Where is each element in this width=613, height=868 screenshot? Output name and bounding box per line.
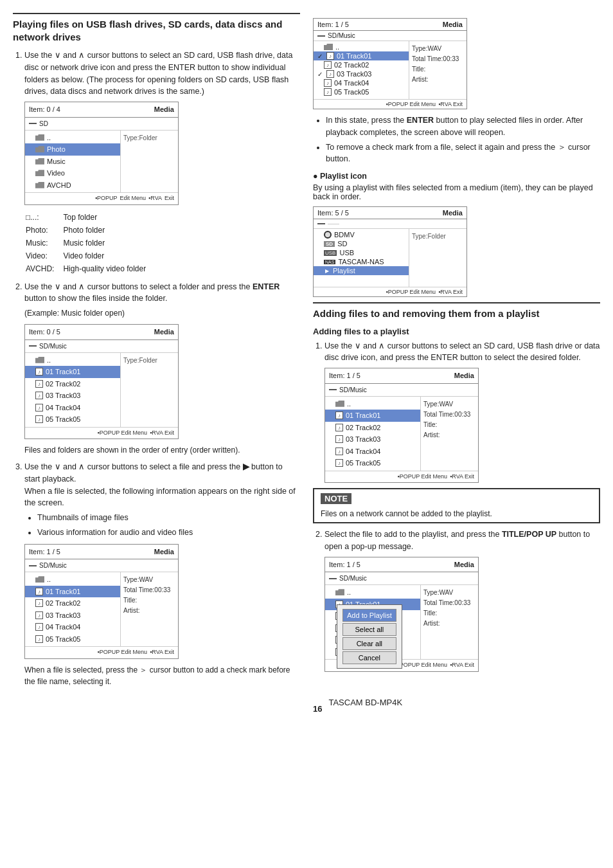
sd-icon: SD [324, 241, 335, 247]
check-note: When a file is selected, press the ＞ cur… [24, 664, 300, 687]
screen-playlist-info: Type:Folder [409, 229, 466, 287]
screen-playlist-item: Item: 5 / 5 [317, 209, 349, 217]
list-item[interactable]: ♪ 02 Track02 [314, 60, 409, 69]
list-item[interactable]: ♪ 05 Track05 [314, 87, 409, 96]
files-note: Files and folders are shown in the order… [24, 444, 300, 456]
screen-checked-list: .. ♪ 01 Track01 ♪ 02 Track02 ♪ 03 Track0… [314, 41, 409, 99]
list-item[interactable]: ♪ 02 Track02 [25, 378, 120, 390]
list-item[interactable]: ♪ 05 Track05 [325, 457, 420, 469]
list-item[interactable]: BDMV [314, 230, 409, 239]
screen-add1-list: .. ♪ 01 Track01 ♪ 02 Track02 ♪ [325, 397, 420, 471]
screen1-media: Media [154, 104, 174, 115]
screen1-item: Item: 0 / 4 [29, 104, 60, 115]
screen-checked-path: SD/Music [328, 32, 355, 39]
dash-icon [29, 345, 37, 347]
folder-desc-table: □...:Top folder Photo:Photo folder Music… [24, 210, 147, 276]
list-item[interactable]: NAS TASCAM-NAS [314, 257, 409, 266]
list-item[interactable]: Video [25, 167, 120, 179]
screen-add1-media: Media [454, 370, 474, 381]
popup-add-playlist-button[interactable]: Add to Playlist [342, 609, 396, 622]
list-item[interactable]: SD SD [314, 239, 409, 248]
left-section-title: Playing files on USB flash drives, SD ca… [13, 13, 300, 43]
folder-icon [35, 158, 44, 165]
media-screen-3: Item: 1 / 5 Media SD/Music .. [24, 544, 179, 659]
list-item[interactable]: ♪ 04 Track04 [25, 402, 120, 414]
list-item[interactable]: ♪ 03 Track03 [325, 433, 420, 446]
nas-icon: NAS [324, 260, 335, 264]
file-icon: ♪ [326, 52, 334, 60]
media-screen-playlist: Item: 5 / 5 Media —— BDMV SD SD [313, 206, 467, 297]
list-item[interactable]: ♪ 01 Track01 [314, 51, 409, 60]
playlist-icon: ▶ [324, 268, 330, 274]
list-item[interactable]: ♪ 01 Track01 [25, 366, 120, 378]
screen-playlist-list: BDMV SD SD USB USB NAS TASCAM-NAS [314, 229, 409, 287]
screen2-footer: ▪POPUP Edit Menu ▪RVA Exit [25, 427, 178, 439]
list-item: .. [325, 586, 420, 599]
list-item[interactable]: ♪ 03 Track03 [25, 390, 120, 402]
media-screen-add1: Item: 1 / 5 Media SD/Music .. [324, 368, 479, 483]
note-text: Files on a network cannot be added to th… [321, 509, 592, 518]
list-item[interactable]: ♪ 01 Track01 [325, 410, 420, 422]
file-icon: ♪ [35, 623, 43, 631]
list-item[interactable]: ♪ 05 Track05 [25, 413, 120, 426]
screen-add1-info: Type:WAV Total Time:00:33 Title: Artist: [420, 397, 478, 471]
list-item[interactable]: ♪ 02 Track02 [325, 422, 420, 434]
folder-icon [324, 44, 333, 50]
screen-add2-item: Item: 1 / 5 [329, 559, 360, 570]
list-item[interactable]: ♪ 03 Track03 [25, 610, 120, 622]
media-screen-1: Item: 0 / 4 Media SD .. [24, 102, 179, 205]
file-icon: ♪ [324, 61, 332, 69]
folder-icon [35, 182, 44, 188]
media-screen-checked: Item: 1 / 5 Media SD/Music .. ♪ 01 Track… [313, 18, 467, 109]
brand: TASCAM BD-MP4K [328, 698, 402, 707]
screen1-footer: ▪POPUP Edit Menu ▪RVA Exit [25, 192, 178, 204]
list-item[interactable]: AVCHD [25, 179, 120, 192]
media-screen-add2: Item: 1 / 5 Media SD/Music .. [324, 557, 479, 672]
list-item: .. [25, 132, 120, 144]
screen-add2-info: Type:WAV Total Time:00:33 Title: Artist: [420, 585, 478, 659]
popup-clear-all-button[interactable]: Clear all [342, 637, 396, 650]
screen3-list: .. ♪ 01 Track01 ♪ 02 Track02 ♪ [25, 572, 120, 646]
screen-add2-media: Media [454, 559, 474, 570]
screen3-info: Type:WAV Total Time:00:33 Title: Artist: [120, 572, 178, 646]
file-icon: ♪ [35, 611, 43, 619]
popup-menu: Add to Playlist Select all Clear all Can… [337, 604, 402, 669]
list-item[interactable]: ♪ 03 Track03 [314, 69, 409, 78]
list-item[interactable]: ♪ 01 Track01 [25, 586, 120, 598]
folder-icon [35, 576, 44, 583]
list-item[interactable]: ▶ Playlist [314, 266, 409, 275]
file-icon: ♪ [335, 424, 343, 431]
screen-checked-item: Item: 1 / 5 [317, 21, 349, 28]
list-item[interactable]: ♪ 05 Track05 [25, 633, 120, 646]
list-item[interactable]: Photo [25, 143, 120, 156]
popup-select-all-button[interactable]: Select all [342, 623, 396, 636]
screen1-info: Type:Folder [120, 131, 178, 193]
list-item[interactable]: ♪ 04 Track04 [314, 78, 409, 87]
screen-add1-path: SD/Music [339, 385, 367, 395]
screen-add2-path: SD/Music [339, 574, 367, 583]
screen3-footer: ▪POPUP Edit Menu ▪RVA Exit [25, 646, 178, 658]
file-icon: ♪ [35, 392, 43, 399]
bullet-remove: To remove a check mark from a file, sele… [326, 141, 600, 166]
step-2: Use the ∨ and ∧ cursor buttons to select… [24, 281, 300, 457]
file-icon: ♪ [35, 368, 43, 375]
screen-playlist-media: Media [443, 209, 463, 217]
list-item: .. [325, 398, 420, 410]
list-item[interactable]: Music [25, 156, 120, 168]
list-item[interactable]: USB USB [314, 248, 409, 257]
list-item[interactable]: ♪ 04 Track04 [325, 446, 420, 458]
folder-icon [335, 589, 344, 595]
page-number: 16 [313, 704, 322, 714]
screen2-item: Item: 0 / 5 [29, 327, 60, 338]
file-icon: ♪ [335, 411, 343, 419]
screen-add1-footer: ▪POPUP Edit Menu ▪RVA Exit [325, 471, 478, 483]
screen3-path: SD/Music [39, 561, 67, 570]
playlist-icon-label: ● Playlist icon [313, 172, 367, 181]
list-item[interactable]: ♪ 02 Track02 [25, 597, 120, 610]
file-icon: ♪ [326, 70, 334, 78]
list-item[interactable]: ♪ 04 Track04 [25, 621, 120, 633]
folder-icon [35, 146, 44, 152]
file-icon: ♪ [335, 435, 343, 443]
popup-cancel-button[interactable]: Cancel [342, 651, 396, 664]
file-icon: ♪ [35, 415, 43, 423]
